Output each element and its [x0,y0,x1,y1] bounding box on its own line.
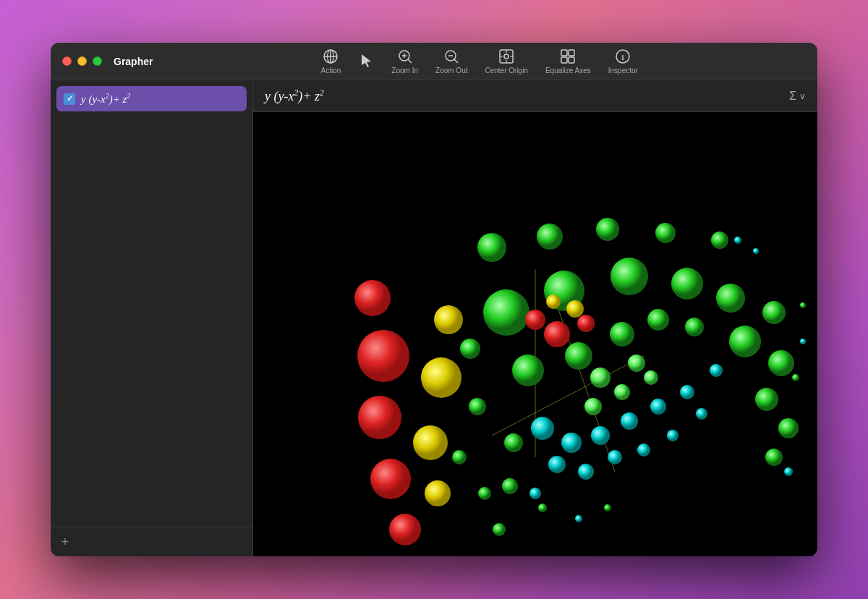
toolbar: Action [153,46,806,77]
graph-area: y (y-x2)+ z2 Σ ∨ [253,80,817,556]
svg-point-69 [529,488,541,499]
svg-point-32 [413,425,448,460]
toolbar-equalize-axes[interactable]: Equalize Axes [538,46,598,77]
svg-point-77 [469,398,486,415]
main-content: y (y-x2)+ z2 + y (y-x2)+ z2 Σ ∨ [51,80,817,556]
svg-point-85 [577,315,595,332]
toolbar-zoom-out[interactable]: Zoom Out [428,46,475,77]
svg-point-92 [604,504,611,511]
svg-line-7 [408,59,412,63]
inspector-label: Inspector [608,67,638,75]
svg-point-43 [596,218,619,241]
svg-point-45 [711,231,728,249]
sidebar-list: y (y-x2)+ z2 [51,80,252,527]
svg-point-67 [667,430,678,441]
svg-point-65 [608,450,622,464]
svg-point-27 [358,396,401,439]
svg-rect-17 [561,50,567,56]
svg-point-58 [591,426,610,445]
svg-point-37 [610,258,648,295]
sidebar: y (y-x2)+ z2 + [51,80,253,556]
svg-point-79 [478,487,491,500]
svg-point-38 [671,268,703,300]
svg-point-33 [434,305,463,334]
svg-point-72 [628,354,645,372]
titlebar: Grapher Action [51,43,817,80]
zoom-out-icon [443,48,459,64]
svg-point-90 [538,504,547,512]
svg-point-42 [537,224,563,250]
equalize-axes-icon [560,48,576,64]
svg-point-52 [565,342,592,370]
svg-point-53 [610,322,634,347]
svg-point-47 [768,350,794,376]
svg-point-71 [590,368,610,388]
svg-point-66 [637,443,650,456]
toolbar-cursor[interactable] [351,49,381,73]
svg-point-39 [716,284,745,313]
minimize-button[interactable] [77,56,87,66]
svg-point-64 [578,464,594,480]
svg-point-48 [755,388,778,411]
add-formula-button[interactable]: + [56,533,74,551]
sidebar-footer: + [51,527,252,556]
svg-rect-18 [569,50,574,56]
sigma-button[interactable]: Σ ∨ [789,90,806,103]
svg-point-30 [389,514,421,545]
svg-point-29 [354,280,391,316]
svg-line-10 [454,59,458,63]
svg-point-75 [644,370,658,385]
svg-point-44 [655,223,676,243]
toolbar-center-origin[interactable]: Center Origin [477,46,535,77]
center-origin-icon [498,48,514,64]
svg-point-63 [548,456,566,473]
svg-point-50 [765,449,783,466]
zoom-in-icon [397,48,413,64]
svg-point-68 [696,408,707,420]
maximize-button[interactable] [93,56,102,66]
svg-rect-19 [561,57,567,63]
graph-canvas[interactable] [253,112,817,556]
svg-point-54 [647,309,669,331]
svg-point-35 [483,289,529,336]
svg-point-81 [502,478,518,494]
svg-point-95 [800,302,806,308]
formula-checkbox[interactable] [64,93,75,105]
svg-point-26 [357,330,409,382]
app-window: Grapher Action [51,43,817,556]
svg-point-76 [460,339,480,359]
center-origin-label: Center Origin [485,67,527,75]
cursor-icon [358,52,374,68]
toolbar-action[interactable]: Action [314,46,349,77]
svg-point-83 [544,321,570,347]
svg-point-34 [425,480,451,506]
svg-rect-20 [569,57,574,63]
svg-point-84 [525,310,545,330]
svg-point-91 [575,515,582,522]
svg-point-93 [792,374,799,381]
svg-point-82 [493,523,506,536]
svg-point-60 [650,399,666,415]
close-button[interactable] [62,56,72,66]
svg-point-51 [512,354,544,386]
formula-display: y (y-x2)+ z2 [265,88,324,104]
traffic-lights [62,56,102,66]
svg-point-40 [762,301,786,324]
svg-point-88 [734,237,741,244]
toolbar-inspector[interactable]: i Inspector [601,46,645,77]
svg-point-74 [614,384,630,400]
svg-point-49 [778,418,799,438]
toolbar-zoom-in[interactable]: Zoom In [384,46,425,77]
svg-point-89 [753,248,759,254]
svg-point-62 [710,364,723,377]
zoom-in-label: Zoom In [391,67,418,75]
svg-point-12 [504,54,509,59]
svg-point-46 [729,326,761,357]
svg-point-55 [685,318,704,336]
svg-point-61 [680,385,694,399]
app-title: Grapher [114,56,153,67]
formula-text: y (y-x2)+ z2 [81,92,130,106]
graph-visualization [253,112,817,556]
list-item[interactable]: y (y-x2)+ z2 [56,86,247,111]
formula-bar: y (y-x2)+ z2 Σ ∨ [253,80,817,112]
